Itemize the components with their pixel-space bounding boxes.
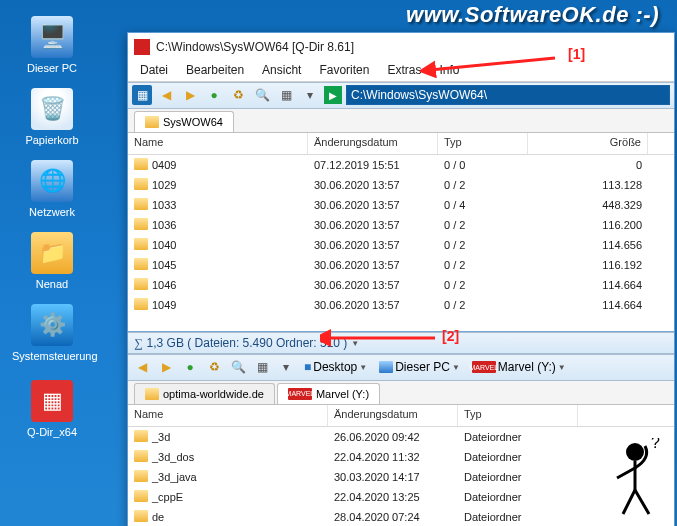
folder-icon [134, 278, 148, 290]
menu-bearbeiten[interactable]: Bearbeiten [178, 61, 252, 79]
icon-label: Papierkorb [12, 134, 92, 146]
folder-icon [134, 258, 148, 270]
dropdown-label: Desktop [313, 360, 357, 374]
desktop-icon-network[interactable]: 🌐 Netzwerk [12, 160, 92, 218]
tab-optima[interactable]: optima-worldwide.de [134, 383, 275, 404]
icon-label: Netzwerk [12, 206, 92, 218]
refresh-button[interactable]: ♻ [228, 85, 248, 105]
zoom-button[interactable]: 🔍 [252, 85, 272, 105]
col-header-date[interactable]: Änderungsdatum [328, 405, 458, 426]
chevron-down-icon: ▼ [359, 363, 367, 372]
table-row[interactable]: _3d_java30.03.2020 14:17Dateiordner [128, 467, 674, 487]
table-row[interactable]: _cppE22.04.2020 13:25Dateiordner [128, 487, 674, 507]
top-list-header: Name Änderungsdatum Typ Größe [128, 133, 674, 155]
folder-icon [134, 450, 148, 462]
col-header-type[interactable]: Typ [458, 405, 578, 426]
nav-back-button[interactable]: ◀ [156, 85, 176, 105]
menu-bar: Datei Bearbeiten Ansicht Favoriten Extra… [128, 60, 674, 81]
sigma-icon: ∑ [134, 336, 143, 351]
title-bar[interactable]: C:\Windows\SysWOW64 [Q-Dir 8.61] [128, 33, 674, 60]
table-row[interactable]: 104530.06.2020 13:570 / 2116.192 [128, 255, 674, 275]
table-row[interactable]: 104630.06.2020 13:570 / 2114.664 [128, 275, 674, 295]
color-button[interactable]: ● [204, 85, 224, 105]
folder-icon [134, 178, 148, 190]
menu-favoriten[interactable]: Favoriten [311, 61, 377, 79]
desktop-icon-control-panel[interactable]: ⚙️ Systemsteuerung [12, 304, 92, 362]
network-icon: 🌐 [31, 160, 73, 202]
table-row[interactable]: 102930.06.2020 13:570 / 2113.128 [128, 175, 674, 195]
menu-datei[interactable]: Datei [132, 61, 176, 79]
desktop-icon-this-pc[interactable]: 🖥️ Dieser PC [12, 16, 92, 74]
col-header-size[interactable]: Größe [528, 133, 648, 154]
view-grid-button-2[interactable]: ▦ [252, 357, 272, 377]
refresh-button-2[interactable]: ♻ [204, 357, 224, 377]
zoom-button-2[interactable]: 🔍 [228, 357, 248, 377]
nav-forward-button[interactable]: ▶ [180, 85, 200, 105]
folder-icon [134, 470, 148, 482]
bottom-tab-strip: optima-worldwide.de MARVEL Marvel (Y:) [128, 381, 674, 405]
menu-info[interactable]: Info [431, 61, 467, 79]
bottom-toolbar: ◀ ▶ ● ♻ 🔍 ▦ ▾ ■ Desktop ▼ Dieser PC ▼ MA… [128, 354, 674, 381]
table-row[interactable]: 104930.06.2020 13:570 / 2114.664 [128, 295, 674, 315]
folder-icon [134, 490, 148, 502]
table-row[interactable]: _3d26.06.2020 09:42Dateiordner [128, 427, 674, 447]
nav-back-button-2[interactable]: ◀ [132, 357, 152, 377]
top-tab-strip: SysWOW64 [128, 109, 674, 133]
website-banner: www.SoftwareOK.de :-) [406, 2, 659, 28]
chevron-down-icon: ▼ [558, 363, 566, 372]
table-row[interactable]: _3d_dos22.04.2020 11:32Dateiordner [128, 447, 674, 467]
folder-icon [134, 298, 148, 310]
tab-syswow64[interactable]: SysWOW64 [134, 111, 234, 132]
table-row[interactable]: 040907.12.2019 15:510 / 00 [128, 155, 674, 175]
qdir-icon: ▦ [31, 380, 73, 422]
bottom-pane: optima-worldwide.de MARVEL Marvel (Y:) N… [128, 381, 674, 526]
control-panel-icon: ⚙️ [31, 304, 73, 346]
chevron-down-icon: ▼ [452, 363, 460, 372]
folder-icon [134, 218, 148, 230]
table-row[interactable]: 103330.06.2020 13:570 / 4448.329 [128, 195, 674, 215]
path-marvel[interactable]: MARVEL Marvel (Y:) ▼ [468, 360, 570, 374]
nav-forward-button-2[interactable]: ▶ [156, 357, 176, 377]
view-dropdown-2[interactable]: ▾ [276, 357, 296, 377]
address-bar[interactable]: C:\Windows\SysWOW64\ [346, 85, 670, 105]
qdir-window: C:\Windows\SysWOW64 [Q-Dir 8.61] Datei B… [127, 32, 675, 526]
bottom-list-body[interactable]: _3d26.06.2020 09:42Dateiordner_3d_dos22.… [128, 427, 674, 526]
view-dropdown[interactable]: ▾ [300, 85, 320, 105]
folder-icon [134, 238, 148, 250]
desktop-icon-recycle-bin[interactable]: 🗑️ Papierkorb [12, 88, 92, 146]
bottom-list-header: Name Änderungsdatum Typ [128, 405, 674, 427]
marvel-drive-icon: MARVEL [288, 388, 312, 400]
address-text: C:\Windows\SysWOW64\ [351, 88, 487, 102]
dropdown-label: Marvel (Y:) [498, 360, 556, 374]
top-toolbar: ▦ ◀ ▶ ● ♻ 🔍 ▦ ▾ ▶ C:\Windows\SysWOW64\ [128, 82, 674, 109]
table-row[interactable]: 103630.06.2020 13:570 / 2116.200 [128, 215, 674, 235]
top-pane: SysWOW64 Name Änderungsdatum Typ Größe 0… [128, 109, 674, 332]
col-header-date[interactable]: Änderungsdatum [308, 133, 438, 154]
tab-label: SysWOW64 [163, 116, 223, 128]
top-list-body[interactable]: 040907.12.2019 15:510 / 00102930.06.2020… [128, 155, 674, 331]
go-button[interactable]: ▶ [324, 86, 342, 104]
view-grid-button[interactable]: ▦ [276, 85, 296, 105]
desktop: www.SoftwareOK.de :-) 🖥️ Dieser PC 🗑️ Pa… [0, 0, 677, 526]
col-header-name[interactable]: Name [128, 405, 328, 426]
col-header-name[interactable]: Name [128, 133, 308, 154]
folder-icon [145, 116, 159, 128]
monitor-icon: 🖥️ [31, 16, 73, 58]
tab-marvel[interactable]: MARVEL Marvel (Y:) [277, 383, 380, 404]
table-row[interactable]: 104030.06.2020 13:570 / 2114.656 [128, 235, 674, 255]
table-row[interactable]: de28.04.2020 07:24Dateiordner [128, 507, 674, 526]
path-desktop[interactable]: ■ Desktop ▼ [300, 360, 371, 374]
status-bar[interactable]: ∑ 1,3 GB ( Dateien: 5.490 Ordner: 510 ) … [128, 332, 674, 353]
folder-icon: 📁 [31, 232, 73, 274]
folder-icon [134, 158, 148, 170]
path-this-pc[interactable]: Dieser PC ▼ [375, 360, 464, 374]
col-header-type[interactable]: Typ [438, 133, 528, 154]
menu-ansicht[interactable]: Ansicht [254, 61, 309, 79]
desktop-icon: ■ [304, 360, 311, 374]
color-button-2[interactable]: ● [180, 357, 200, 377]
layout-button[interactable]: ▦ [132, 85, 152, 105]
desktop-icon-user-folder[interactable]: 📁 Nenad [12, 232, 92, 290]
monitor-icon [379, 361, 393, 373]
desktop-icon-qdir[interactable]: ▦ Q-Dir_x64 [12, 380, 92, 438]
menu-extras[interactable]: Extras [379, 61, 429, 79]
